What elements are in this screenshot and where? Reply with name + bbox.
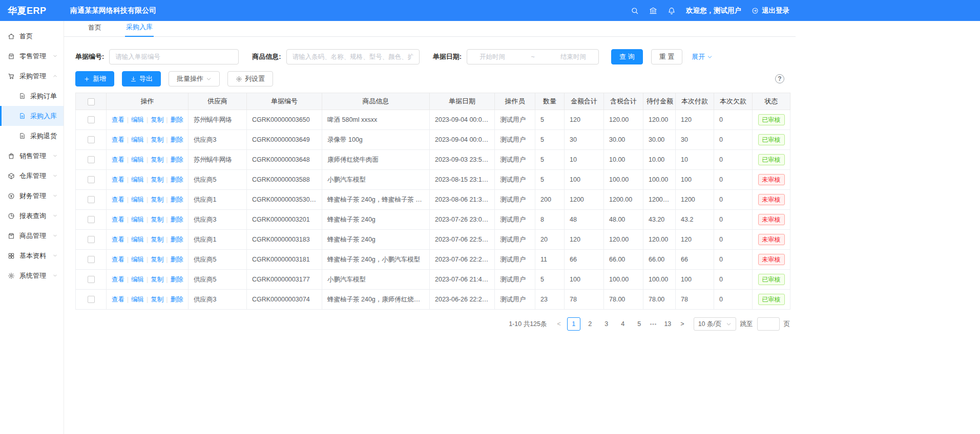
- sidebar-item-warehouse[interactable]: 仓库管理: [0, 166, 64, 186]
- expand-link[interactable]: 展开: [692, 52, 713, 61]
- sidebar-item-purchase-order[interactable]: 采购订单: [0, 86, 64, 106]
- row-action-edit[interactable]: 编辑: [131, 276, 144, 283]
- row-action-delete[interactable]: 删除: [170, 136, 183, 143]
- column-settings-button[interactable]: 列设置: [227, 71, 273, 86]
- add-button[interactable]: 新增: [75, 71, 114, 86]
- help-icon[interactable]: ?: [775, 74, 784, 83]
- tab-purchase-in[interactable]: 采购入库: [125, 23, 154, 37]
- page-button-1[interactable]: 1: [567, 317, 580, 331]
- row-action-view[interactable]: 查看: [112, 296, 124, 303]
- prev-page-button[interactable]: <: [555, 320, 563, 328]
- batch-actions-button[interactable]: 批量操作: [169, 71, 220, 86]
- column-header[interactable]: 状态: [753, 93, 790, 110]
- page-button-13[interactable]: 13: [661, 317, 674, 331]
- row-action-delete[interactable]: 删除: [170, 256, 183, 263]
- row-action-copy[interactable]: 复制: [151, 116, 163, 123]
- column-header[interactable]: 数量: [535, 93, 565, 110]
- search-button[interactable]: 查 询: [611, 49, 643, 64]
- row-action-view[interactable]: 查看: [112, 136, 124, 143]
- row-action-edit[interactable]: 编辑: [131, 196, 144, 203]
- bill-no-input[interactable]: [109, 49, 239, 64]
- row-action-copy[interactable]: 复制: [151, 236, 163, 243]
- row-checkbox[interactable]: [88, 236, 95, 243]
- row-action-delete[interactable]: 删除: [170, 296, 183, 303]
- row-action-view[interactable]: 查看: [112, 176, 124, 183]
- row-action-delete[interactable]: 删除: [170, 196, 183, 203]
- row-checkbox[interactable]: [88, 256, 95, 263]
- row-action-edit[interactable]: 编辑: [131, 256, 144, 263]
- bank-icon[interactable]: [649, 7, 657, 15]
- row-action-copy[interactable]: 复制: [151, 156, 163, 163]
- column-header[interactable]: 本次付款: [676, 93, 714, 110]
- row-action-copy[interactable]: 复制: [151, 276, 163, 283]
- sidebar-item-purchase-return[interactable]: 采购退货: [0, 126, 64, 146]
- column-header[interactable]: 待付金额: [643, 93, 676, 110]
- row-action-delete[interactable]: 删除: [170, 236, 183, 243]
- row-action-copy[interactable]: 复制: [151, 296, 163, 303]
- sidebar-item-home[interactable]: 首页: [0, 26, 64, 46]
- column-header[interactable]: 单据编号: [247, 93, 322, 110]
- row-action-edit[interactable]: 编辑: [131, 116, 144, 123]
- search-icon[interactable]: [631, 7, 639, 15]
- reset-button[interactable]: 重 置: [651, 49, 683, 64]
- row-action-delete[interactable]: 删除: [170, 116, 183, 123]
- row-action-view[interactable]: 查看: [112, 256, 124, 263]
- page-button-3[interactable]: 3: [600, 317, 613, 331]
- row-checkbox[interactable]: [88, 156, 95, 163]
- column-header[interactable]: 本次欠款: [714, 93, 753, 110]
- row-action-delete[interactable]: 删除: [170, 176, 183, 183]
- sidebar-item-finance[interactable]: 财务管理: [0, 186, 64, 206]
- sidebar-item-system[interactable]: 系统管理: [0, 266, 64, 286]
- row-action-copy[interactable]: 复制: [151, 136, 163, 143]
- bell-icon[interactable]: [668, 7, 676, 15]
- row-action-edit[interactable]: 编辑: [131, 216, 144, 223]
- row-action-edit[interactable]: 编辑: [131, 156, 144, 163]
- row-action-delete[interactable]: 删除: [170, 216, 183, 223]
- row-checkbox[interactable]: [88, 296, 95, 303]
- column-header[interactable]: 金额合计: [565, 93, 604, 110]
- row-action-copy[interactable]: 复制: [151, 256, 163, 263]
- sidebar-item-retail[interactable]: 零售管理: [0, 46, 64, 66]
- row-checkbox[interactable]: [88, 116, 95, 123]
- row-action-edit[interactable]: 编辑: [131, 236, 144, 243]
- row-action-copy[interactable]: 复制: [151, 216, 163, 223]
- sidebar-item-basic[interactable]: 基本资料: [0, 246, 64, 266]
- row-checkbox[interactable]: [88, 136, 95, 143]
- page-button-2[interactable]: 2: [583, 317, 597, 331]
- row-action-edit[interactable]: 编辑: [131, 136, 144, 143]
- row-action-view[interactable]: 查看: [112, 236, 124, 243]
- column-header[interactable]: 供应商: [189, 93, 247, 110]
- row-action-delete[interactable]: 删除: [170, 276, 183, 283]
- column-header[interactable]: 操作: [107, 93, 189, 110]
- row-action-copy[interactable]: 复制: [151, 176, 163, 183]
- page-button-4[interactable]: 4: [616, 317, 630, 331]
- row-action-view[interactable]: 查看: [112, 156, 124, 163]
- date-range-input[interactable]: 开始时间 ~ 结束时间: [467, 49, 599, 64]
- export-button[interactable]: 导出: [122, 71, 161, 86]
- column-header[interactable]: 商品信息: [322, 93, 430, 110]
- sidebar-item-goods[interactable]: 商品管理: [0, 226, 64, 246]
- logout-button[interactable]: 退出登录: [752, 6, 789, 15]
- row-action-view[interactable]: 查看: [112, 216, 124, 223]
- jump-page-input[interactable]: [757, 317, 780, 331]
- row-checkbox[interactable]: [88, 276, 95, 283]
- row-checkbox[interactable]: [88, 196, 95, 203]
- sidebar-item-report[interactable]: 报表查询: [0, 206, 64, 226]
- row-action-edit[interactable]: 编辑: [131, 296, 144, 303]
- row-checkbox[interactable]: [88, 216, 95, 223]
- sidebar-item-purchase-in[interactable]: 采购入库: [0, 106, 64, 126]
- sidebar-item-purchase[interactable]: 采购管理: [0, 66, 64, 86]
- row-action-delete[interactable]: 删除: [170, 156, 183, 163]
- column-header[interactable]: 操作员: [495, 93, 535, 110]
- row-action-copy[interactable]: 复制: [151, 196, 163, 203]
- page-ellipsis[interactable]: •••: [649, 321, 658, 327]
- row-action-view[interactable]: 查看: [112, 116, 124, 123]
- column-header[interactable]: 单据日期: [430, 93, 495, 110]
- row-action-view[interactable]: 查看: [112, 276, 124, 283]
- select-all-checkbox[interactable]: [88, 98, 95, 105]
- page-button-5[interactable]: 5: [633, 317, 646, 331]
- sidebar-item-sale[interactable]: 销售管理: [0, 146, 64, 166]
- tab-home[interactable]: 首页: [87, 23, 102, 36]
- column-header[interactable]: 含税合计: [604, 93, 643, 110]
- row-checkbox[interactable]: [88, 176, 95, 183]
